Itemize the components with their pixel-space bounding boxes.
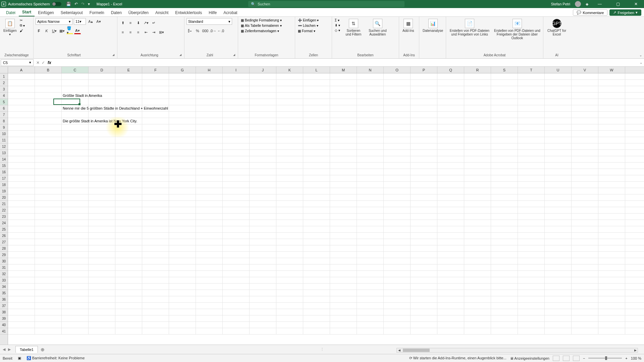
cell[interactable] [464,226,491,232]
cell[interactable] [115,290,142,296]
cell[interactable] [276,290,303,296]
cell[interactable] [491,271,518,277]
cell[interactable] [196,175,223,181]
cell[interactable] [518,118,545,124]
sheet-prev-icon[interactable]: ◀ [3,347,5,352]
cell[interactable] [169,309,196,315]
cell[interactable] [223,328,250,334]
cell[interactable] [35,188,62,194]
cell[interactable] [35,80,62,86]
format-as-table-button[interactable]: ▦Als Tabelle formatieren▾ [240,23,282,28]
cell[interactable] [491,214,518,220]
cell[interactable] [276,271,303,277]
cell[interactable] [545,80,572,86]
cell[interactable] [223,105,250,111]
cell[interactable] [518,214,545,220]
cell[interactable] [572,207,598,213]
cell[interactable] [223,156,250,162]
cell[interactable] [62,169,89,175]
cell[interactable] [330,309,357,315]
cell[interactable] [545,112,572,118]
cell[interactable] [330,86,357,92]
cell[interactable] [276,105,303,111]
cell[interactable] [572,284,598,290]
cell[interactable] [545,271,572,277]
cell[interactable] [464,252,491,258]
cell[interactable] [89,239,115,245]
cell[interactable] [491,105,518,111]
cell[interactable] [572,105,598,111]
cell[interactable] [115,163,142,169]
cell[interactable] [8,239,35,245]
cell[interactable] [250,303,276,309]
cell[interactable] [115,220,142,226]
cell[interactable] [572,182,598,188]
cell[interactable] [142,296,169,302]
cell[interactable] [250,156,276,162]
cell[interactable] [384,226,411,232]
increase-decimal-button[interactable]: .0→ [210,27,216,34]
cell[interactable] [437,112,464,118]
cell[interactable] [598,182,625,188]
cell[interactable] [35,284,62,290]
cell[interactable] [598,271,625,277]
cell[interactable] [357,328,384,334]
cell[interactable] [115,182,142,188]
cell[interactable] [169,207,196,213]
cell[interactable] [411,182,437,188]
cell[interactable] [598,169,625,175]
cell[interactable] [518,169,545,175]
cell[interactable] [545,226,572,232]
cell[interactable] [572,271,598,277]
cell[interactable] [330,175,357,181]
pdf-outlook-button[interactable]: 📧Erstellen von PDF-Dateien und Freigeben… [492,18,542,41]
cell[interactable] [142,220,169,226]
cell[interactable] [196,182,223,188]
cell[interactable] [464,264,491,270]
cell[interactable] [598,156,625,162]
cell[interactable] [196,150,223,156]
cell[interactable] [62,143,89,149]
cell[interactable] [303,163,330,169]
number-launcher[interactable]: ◢ [233,53,236,58]
cell[interactable] [276,143,303,149]
cell[interactable] [545,220,572,226]
cell[interactable] [142,271,169,277]
cell[interactable] [357,296,384,302]
cell[interactable] [35,233,62,239]
cell[interactable] [572,226,598,232]
cell[interactable] [491,150,518,156]
cell[interactable] [545,258,572,264]
expand-formula-bar[interactable]: ⌄ [638,61,644,64]
cell[interactable] [169,156,196,162]
cell[interactable] [437,258,464,264]
cell[interactable] [196,137,223,143]
cell[interactable] [545,137,572,143]
cell[interactable] [223,290,250,296]
column-header[interactable]: D [89,67,115,73]
column-headers[interactable]: ABCDEFGHIJKLMNOPQRSTUVW [8,67,644,73]
column-header[interactable]: C [62,67,89,73]
cell[interactable] [115,245,142,251]
cell[interactable] [303,80,330,86]
cell[interactable] [330,233,357,239]
row-header[interactable]: 34 [0,284,8,290]
cell[interactable] [411,226,437,232]
cell[interactable] [62,163,89,169]
cell[interactable] [330,290,357,296]
cell[interactable] [115,156,142,162]
cell[interactable] [545,188,572,194]
cell[interactable] [464,233,491,239]
tab-review[interactable]: Überprüfen [125,9,152,16]
cell[interactable] [491,163,518,169]
cell[interactable] [8,169,35,175]
cell[interactable] [384,258,411,264]
row-header[interactable]: 41 [0,328,8,335]
cell[interactable] [464,150,491,156]
cell[interactable] [464,194,491,200]
zoom-out-button[interactable]: − [583,356,585,360]
cell[interactable] [303,86,330,92]
cell[interactable] [437,93,464,99]
tab-formulas[interactable]: Formeln [86,9,108,16]
cell[interactable] [572,86,598,92]
